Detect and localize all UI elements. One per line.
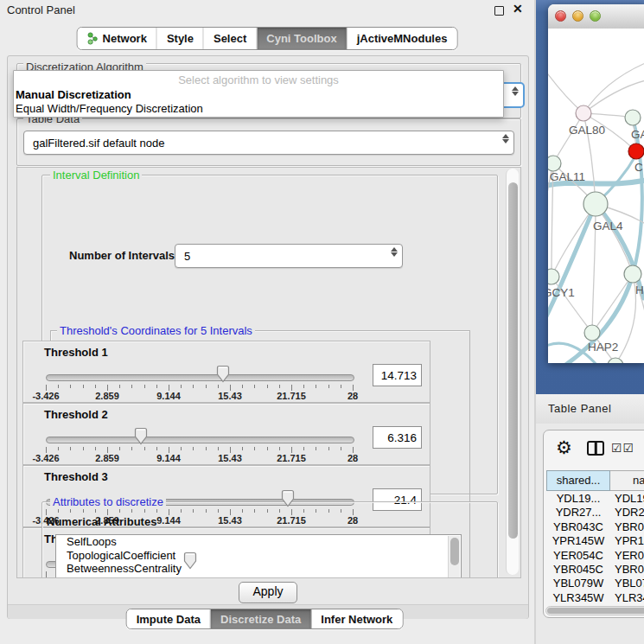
spinner-stepper-icon[interactable]: [390, 247, 399, 257]
cell-name: YBL079W: [615, 577, 644, 590]
slider-tick: [328, 447, 329, 450]
dropdown-option-manual-discretization[interactable]: Manual Discretization: [14, 88, 503, 102]
cell-name: YBR045C: [615, 563, 644, 577]
table-row[interactable]: YLR345WYLR345W: [544, 591, 644, 605]
network-node-gal11[interactable]: [548, 156, 561, 171]
combo-stepper-icon[interactable]: [511, 86, 520, 96]
combo-stepper-icon[interactable]: [501, 134, 510, 143]
attribute-list-item[interactable]: SelfLoops: [56, 535, 461, 549]
gray-edge[interactable]: [583, 60, 644, 113]
teal-edge[interactable]: [633, 118, 642, 274]
minimize-light-icon[interactable]: [572, 10, 583, 22]
tab-style[interactable]: Style: [157, 28, 204, 49]
slider-tick: [341, 385, 341, 388]
teal-edge[interactable]: [548, 204, 596, 327]
bottom-tab-impute-data[interactable]: Impute Data: [127, 609, 211, 628]
table-panel-titlebar: Table Panel: [536, 394, 644, 424]
gray-edge[interactable]: [548, 67, 583, 113]
column-header-shared-name[interactable]: shared...: [546, 470, 610, 491]
network-node[interactable]: [608, 358, 623, 363]
table-row[interactable]: YER054CYER054C: [544, 549, 644, 563]
slider-tick: [353, 385, 354, 391]
close-light-icon[interactable]: [555, 10, 566, 22]
float-window-icon[interactable]: [494, 6, 504, 16]
settings-vertical-scrollbar[interactable]: [506, 169, 519, 575]
network-node-h[interactable]: [624, 265, 641, 283]
dropdown-hint: Select algorithm to view settings: [14, 71, 503, 88]
slider-thumb[interactable]: [215, 365, 231, 384]
slider-track[interactable]: [46, 374, 354, 381]
network-node-c[interactable]: [628, 143, 644, 159]
gray-edge[interactable]: [592, 274, 633, 333]
slider-tick-label: 2.859: [95, 453, 119, 463]
table-row[interactable]: YBR045CYBR045C: [544, 563, 644, 577]
slider-tick: [58, 385, 59, 388]
slider-tick: [267, 447, 268, 450]
slider-thumb[interactable]: [182, 552, 198, 571]
tab-cyni-toolbox[interactable]: Cyni Toolbox: [257, 28, 347, 49]
table-row[interactable]: YPR145WYPR145W: [544, 534, 644, 548]
slider-tick: [95, 447, 96, 450]
cell-name: YDR27...: [615, 506, 644, 520]
slider-tick: [316, 385, 316, 388]
checkbox-icons[interactable]: ☑☑: [611, 441, 634, 455]
attribute-list-item[interactable]: BetweennessCentrality: [56, 562, 461, 576]
slider-thumb[interactable]: [133, 427, 149, 446]
tab-label: Select: [214, 32, 246, 45]
number-of-intervals-spinner[interactable]: 5: [175, 244, 403, 268]
attribute-list-item[interactable]: TopologicalCoefficient: [56, 549, 461, 563]
slider-tick-label: 9.144: [156, 453, 181, 463]
network-node-ga[interactable]: [625, 110, 641, 125]
slider-thumb[interactable]: [280, 489, 296, 508]
tab-select[interactable]: Select: [204, 28, 257, 49]
network-canvas[interactable]: GAL80GACGAL11GAL4GCY1HHAP2: [548, 29, 644, 363]
table-horizontal-scrollbar[interactable]: [545, 606, 644, 615]
slider-tick: [193, 385, 194, 388]
table-data-combobox[interactable]: galFiltered.sif default node: [23, 131, 514, 155]
attributes-group-label: Attributes to discretize: [50, 496, 166, 507]
close-icon[interactable]: ✕: [513, 2, 523, 16]
slider-tick-label: 28: [348, 453, 358, 463]
table-row[interactable]: YDL19...YDL19...: [544, 492, 644, 506]
cell-name: YDL19...: [615, 492, 644, 506]
gray-edge[interactable]: [615, 274, 635, 363]
slider-tick: [156, 385, 157, 388]
zoom-light-icon[interactable]: [590, 10, 601, 22]
slider-tick: [254, 447, 255, 450]
slider-track[interactable]: [46, 437, 354, 443]
gray-edge[interactable]: [552, 277, 592, 333]
table-panel-body: ⚙ ☑☑ shared... name YDL19...YDL19...YDR2…: [536, 424, 644, 644]
network-node-hap2[interactable]: [584, 325, 600, 341]
slider-tick: [181, 447, 182, 450]
slider-tick: [70, 385, 71, 388]
network-view-window: GAL80GACGAL11GAL4GCY1HHAP2: [548, 4, 644, 363]
network-node-gcy1[interactable]: [548, 269, 559, 284]
threshold-value-field[interactable]: 6.316: [373, 426, 422, 449]
bottom-tab-discretize-data[interactable]: Discretize Data: [211, 609, 311, 628]
table-row[interactable]: YDR27...YDR27...: [544, 506, 644, 520]
tab-jactivemnodules[interactable]: jActiveMNodules: [348, 28, 457, 49]
slider-tick: [254, 385, 255, 388]
table-row[interactable]: YBR043CYBR043C: [544, 520, 644, 534]
table-header: shared... name: [544, 470, 644, 492]
numerical-attributes-list[interactable]: SelfLoopsTopologicalCoefficientBetweenne…: [55, 534, 462, 578]
tab-network[interactable]: Network: [78, 28, 157, 49]
slider-tick: [267, 385, 268, 388]
apply-button[interactable]: Apply: [239, 582, 297, 603]
bottom-tab-label: Discretize Data: [220, 613, 301, 626]
column-header-name[interactable]: name: [610, 470, 644, 491]
gear-icon[interactable]: ⚙: [556, 437, 572, 458]
attributes-list-scrollbar[interactable]: [448, 536, 460, 578]
threshold-value-field[interactable]: 14.713: [373, 364, 422, 386]
gray-edge[interactable]: [553, 113, 583, 163]
network-node-gal4[interactable]: [583, 192, 608, 216]
dropdown-option-equal-width-frequency[interactable]: Equal Width/Frequency Discretization: [14, 102, 503, 116]
desktop-background: GAL80GACGAL11GAL4GCY1HHAP2: [536, 0, 644, 394]
gray-edge[interactable]: [583, 79, 644, 113]
node-label: GAL11: [550, 170, 585, 183]
split-columns-icon[interactable]: [587, 441, 604, 456]
table-row[interactable]: YBL079WYBL079W: [544, 577, 644, 590]
network-node-gal80[interactable]: [576, 105, 591, 121]
bottom-tab-infer-network[interactable]: Infer Network: [311, 609, 402, 628]
slider-tick: [181, 385, 182, 388]
